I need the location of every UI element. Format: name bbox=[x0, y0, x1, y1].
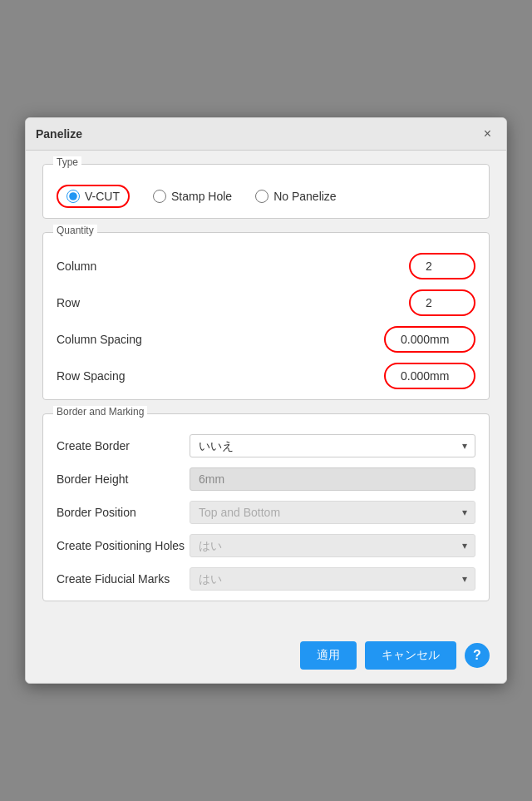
border-position-select: Top and Bottom bbox=[190, 501, 475, 524]
create-border-row: Create Border いいえ はい bbox=[57, 434, 475, 457]
vcut-label: V-CUT bbox=[85, 190, 120, 203]
create-border-label: Create Border bbox=[57, 439, 190, 452]
col-spacing-input[interactable] bbox=[392, 329, 467, 349]
border-position-row: Border Position Top and Bottom bbox=[57, 501, 475, 524]
fiducial-marks-select-wrap: はい bbox=[190, 567, 475, 591]
positioning-holes-row: Create Positioning Holes はい bbox=[57, 534, 475, 557]
column-input-wrap bbox=[190, 253, 475, 279]
column-row: Column bbox=[57, 253, 475, 279]
create-border-select-wrap: いいえ はい bbox=[190, 434, 475, 457]
row-input-wrap bbox=[190, 289, 475, 316]
stamp-radio[interactable] bbox=[153, 190, 166, 203]
border-height-input-wrap bbox=[190, 467, 475, 491]
column-label: Column bbox=[57, 260, 190, 273]
col-spacing-row: Column Spacing bbox=[57, 326, 475, 353]
col-spacing-label: Column Spacing bbox=[57, 333, 190, 346]
row-input[interactable] bbox=[417, 293, 467, 313]
title-bar: Panelize × bbox=[26, 118, 506, 151]
type-radio-group: V-CUT Stamp Hole No Panelize bbox=[57, 185, 475, 208]
fiducial-marks-label: Create Fiducial Marks bbox=[57, 572, 190, 586]
border-height-input bbox=[190, 467, 475, 491]
help-button[interactable]: ? bbox=[465, 643, 490, 668]
border-position-select-wrap: Top and Bottom bbox=[190, 501, 475, 524]
vcut-option-highlight: V-CUT bbox=[57, 185, 130, 208]
border-legend: Border and Marking bbox=[53, 406, 147, 418]
dialog-title: Panelize bbox=[36, 127, 82, 141]
vcut-radio-label[interactable]: V-CUT bbox=[66, 190, 120, 203]
border-height-row: Border Height bbox=[57, 467, 475, 491]
dialog-body: Type V-CUT Stamp Hole No Panelize bbox=[26, 151, 506, 631]
apply-button[interactable]: 適用 bbox=[300, 641, 357, 670]
border-section: Border and Marking Create Border いいえ はい … bbox=[42, 413, 490, 601]
border-position-label: Border Position bbox=[57, 506, 190, 519]
close-button[interactable]: × bbox=[479, 125, 496, 143]
row-spacing-label: Row Spacing bbox=[57, 369, 190, 383]
nopanel-label: No Panelize bbox=[273, 190, 337, 203]
type-section: Type V-CUT Stamp Hole No Panelize bbox=[42, 164, 490, 219]
vcut-radio[interactable] bbox=[66, 190, 80, 203]
stamp-radio-label[interactable]: Stamp Hole bbox=[153, 190, 232, 203]
positioning-holes-select-wrap: はい bbox=[190, 534, 475, 557]
dialog-footer: 適用 キャンセル ? bbox=[26, 631, 506, 683]
cancel-button[interactable]: キャンセル bbox=[365, 641, 456, 670]
row-spacing-input-wrap bbox=[190, 363, 475, 389]
row-spacing-row: Row Spacing bbox=[57, 363, 475, 389]
positioning-holes-label: Create Positioning Holes bbox=[57, 539, 190, 552]
quantity-section: Quantity Column Row bbox=[42, 232, 490, 400]
col-spacing-input-wrap bbox=[190, 326, 475, 353]
border-height-label: Border Height bbox=[57, 472, 190, 486]
quantity-fields: Column Row bbox=[57, 253, 475, 389]
quantity-legend: Quantity bbox=[53, 225, 97, 236]
nopanel-radio[interactable] bbox=[255, 190, 268, 203]
panelize-dialog: Panelize × Type V-CUT Stamp Hole bbox=[25, 117, 507, 684]
create-border-select[interactable]: いいえ はい bbox=[190, 434, 475, 457]
type-legend: Type bbox=[53, 156, 81, 168]
column-input[interactable] bbox=[417, 256, 467, 276]
row-spacing-input[interactable] bbox=[392, 366, 467, 386]
fiducial-marks-select: はい bbox=[190, 567, 475, 591]
row-label: Row bbox=[57, 296, 190, 309]
nopanel-radio-label[interactable]: No Panelize bbox=[255, 190, 337, 203]
row-row: Row bbox=[57, 289, 475, 316]
fiducial-marks-row: Create Fiducial Marks はい bbox=[57, 567, 475, 591]
stamp-label: Stamp Hole bbox=[171, 190, 232, 203]
positioning-holes-select: はい bbox=[190, 534, 475, 557]
border-fields: Create Border いいえ はい Border Height bbox=[57, 434, 475, 591]
